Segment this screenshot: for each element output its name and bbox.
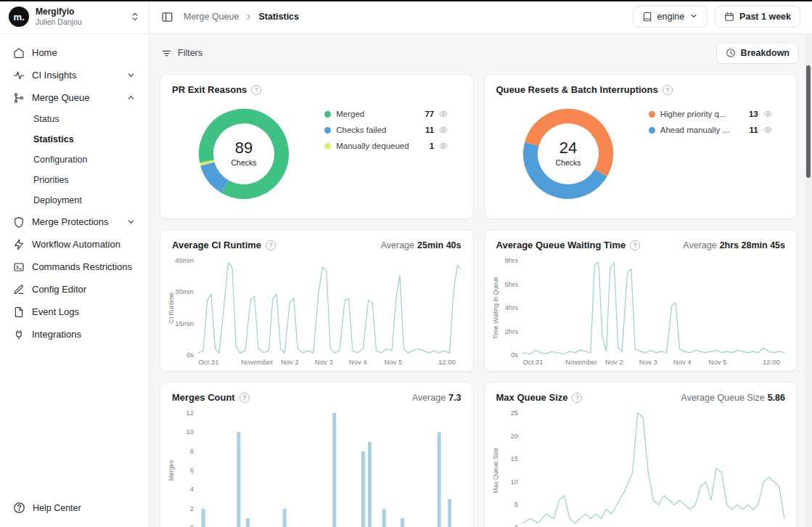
sidebar-item-commands-restrictions[interactable]: Commands Restrictions xyxy=(7,256,142,278)
eye-icon[interactable] xyxy=(763,110,772,118)
card-queue-resets: Queue Resets & Batch Interruptions ? 24C… xyxy=(484,74,798,219)
filters-button[interactable]: Filters xyxy=(161,48,202,59)
svg-text:4hrs: 4hrs xyxy=(504,303,518,311)
legend-value: 13 xyxy=(747,110,758,118)
sidebar-item-statistics[interactable]: Statistics xyxy=(7,129,142,150)
top-bar: Merge Queue Statistics engine Past 1 wee… xyxy=(149,0,812,34)
svg-text:8: 8 xyxy=(190,447,194,455)
legend-dot xyxy=(324,111,331,118)
help-icon[interactable]: ? xyxy=(239,393,250,403)
queue-resets-donut-chart[interactable]: 24Checks xyxy=(514,99,623,208)
sidebar-item-home[interactable]: Home xyxy=(7,41,142,64)
legend-dot xyxy=(649,127,655,134)
terminal-icon xyxy=(13,261,25,273)
help-icon[interactable]: ? xyxy=(630,240,640,250)
shield-icon xyxy=(13,216,25,228)
svg-text:4: 4 xyxy=(190,485,194,493)
svg-text:Nov 5: Nov 5 xyxy=(708,358,726,366)
svg-text:November: November xyxy=(565,358,597,366)
svg-text:30min: 30min xyxy=(175,287,194,295)
sidebar-item-label: Workflow Automation xyxy=(32,239,120,250)
svg-text:Nov 3: Nov 3 xyxy=(639,358,657,366)
sidebar-item-label: Commands Restrictions xyxy=(32,261,132,272)
help-icon[interactable]: ? xyxy=(266,240,276,250)
legend-dot xyxy=(649,111,655,118)
svg-text:Time Waiting in Queue: Time Waiting in Queue xyxy=(492,277,499,339)
ci-runtime-line-chart[interactable]: 45min30min15min0sOct 31NovemberNov 2Nov … xyxy=(165,255,466,369)
svg-text:Nov 2: Nov 2 xyxy=(281,358,299,366)
eye-icon[interactable] xyxy=(439,126,448,134)
time-range-button[interactable]: Past 1 week xyxy=(715,6,800,28)
sidebar-nav: Home CI Insights Merge Queue Status Stat… xyxy=(0,34,149,490)
legend-value: 77 xyxy=(422,110,434,118)
org-switcher-icon[interactable] xyxy=(130,12,140,22)
scrollbar-thumb[interactable] xyxy=(806,65,811,178)
pr-exit-donut-chart[interactable]: 89Checks xyxy=(189,99,298,208)
average-value: 2hrs 28min 45s xyxy=(720,240,785,250)
pencil-icon xyxy=(13,284,25,295)
average-label: Average Queue Size xyxy=(681,393,765,403)
chevron-right-icon xyxy=(245,13,253,21)
eye-icon[interactable] xyxy=(763,126,772,134)
sidebar-item-status[interactable]: Status xyxy=(7,109,142,129)
svg-text:5: 5 xyxy=(514,500,517,508)
filter-icon xyxy=(161,48,172,59)
svg-text:0s: 0s xyxy=(186,351,194,359)
breadcrumb-merge-queue[interactable]: Merge Queue xyxy=(184,12,239,22)
eye-icon[interactable] xyxy=(439,110,448,118)
average-label: Average xyxy=(412,393,446,403)
card-title: PR Exit Reasons xyxy=(172,84,247,95)
org-switcher[interactable]: m. Mergifyio Julien Danjou xyxy=(0,0,149,34)
help-icon[interactable]: ? xyxy=(663,85,673,95)
legend-label: Manually dequeued xyxy=(336,142,417,150)
sidebar-item-config-editor[interactable]: Config Editor xyxy=(7,278,142,301)
legend-value: 11 xyxy=(422,126,434,134)
sidebar-item-deployment[interactable]: Deployment xyxy=(7,190,142,211)
svg-text:12: 12 xyxy=(186,409,194,417)
sidebar-item-label: Home xyxy=(32,47,57,58)
svg-text:10: 10 xyxy=(186,428,194,436)
legend-item-higher-priority[interactable]: Higher priority q... 13 xyxy=(649,110,772,118)
breakdown-button[interactable]: Breakdown xyxy=(716,42,799,64)
sidebar-item-workflow-automation[interactable]: Workflow Automation xyxy=(7,233,142,256)
card-queue-waiting-time: Average Queue Waiting Time ? Average2hrs… xyxy=(484,229,798,372)
sidebar-item-merge-queue[interactable]: Merge Queue xyxy=(7,86,142,109)
sidebar-item-ci-insights[interactable]: CI Insights xyxy=(7,64,142,86)
svg-text:Nov 4: Nov 4 xyxy=(349,358,367,366)
legend-label: Merged xyxy=(336,110,417,118)
legend-item-checks-failed[interactable]: Checks failed 11 xyxy=(324,126,448,134)
eye-icon[interactable] xyxy=(439,142,448,150)
help-center-label: Help Center xyxy=(33,503,81,513)
integrations-icon xyxy=(13,329,25,340)
merges-count-bar-chart[interactable]: 121086420Oct 31NovemberNov 2Nov 3Nov 4No… xyxy=(165,407,466,527)
help-icon[interactable]: ? xyxy=(251,85,261,95)
queue-waiting-line-chart[interactable]: 8hrs6hrs4hrs2hrs0sOct 31NovemberNov 2Nov… xyxy=(489,255,790,369)
average-value: 7.3 xyxy=(448,393,461,403)
sidebar-item-configuration[interactable]: Configuration xyxy=(7,150,142,170)
legend-item-ahead-manually[interactable]: Ahead manually ... 11 xyxy=(649,126,772,134)
average-value: 5.86 xyxy=(768,393,785,403)
help-icon[interactable]: ? xyxy=(572,393,582,403)
sidebar-item-event-logs[interactable]: Event Logs xyxy=(7,301,142,323)
sidebar-item-priorities[interactable]: Priorities xyxy=(7,170,142,190)
sidebar-item-integrations[interactable]: Integrations xyxy=(7,323,142,346)
sidebar-item-merge-protections[interactable]: Merge Protections xyxy=(7,211,142,233)
legend-value: 11 xyxy=(747,126,758,134)
card-max-queue-size: Max Queue Size ? Average Queue Size5.86 … xyxy=(484,382,798,527)
svg-text:24: 24 xyxy=(559,139,577,157)
svg-text:15min: 15min xyxy=(175,319,194,327)
card-title: Queue Resets & Batch Interruptions xyxy=(496,84,658,95)
home-icon xyxy=(13,47,25,59)
sidebar-toggle-button[interactable] xyxy=(161,11,173,23)
repository-select[interactable]: engine xyxy=(633,6,708,28)
legend-item-manually-dequeued[interactable]: Manually dequeued 1 xyxy=(324,142,448,150)
logo-glyph: m. xyxy=(13,12,24,23)
help-center-link[interactable]: Help Center xyxy=(0,490,149,527)
legend-label: Checks failed xyxy=(336,126,417,134)
svg-text:2: 2 xyxy=(190,504,194,512)
user-name: Julien Danjou xyxy=(36,17,82,27)
legend-item-merged[interactable]: Merged 77 xyxy=(324,110,448,118)
max-queue-line-chart[interactable]: 2520151050Oct 31NovemberNov 2Nov 3Nov 4N… xyxy=(489,407,790,527)
svg-text:November: November xyxy=(241,358,273,366)
sidebar-item-label: Configuration xyxy=(33,155,87,165)
